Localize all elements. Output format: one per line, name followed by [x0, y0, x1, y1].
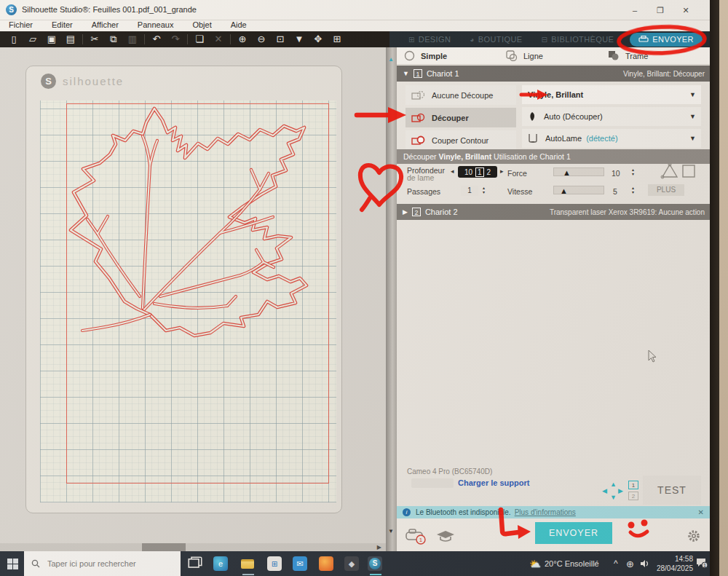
leaf-cut-design[interactable] [44, 98, 320, 390]
slot-2[interactable]: 2 [628, 492, 638, 500]
tray-chevron-icon[interactable]: ^ [614, 551, 618, 576]
horizontal-scrollbar-thumb[interactable] [142, 543, 186, 551]
zoom-in-icon[interactable]: ⊕ [233, 31, 252, 47]
panel-divider-scrollbar[interactable]: ▲ ▼ [386, 47, 397, 551]
taskbar-search[interactable] [24, 551, 181, 576]
copy-icon[interactable]: ⧉ [104, 31, 123, 47]
new-document-icon[interactable]: ▯ [4, 31, 23, 47]
search-input[interactable] [46, 559, 170, 569]
menu-panneaux[interactable]: Panneaux [138, 20, 174, 31]
pan-hand-icon[interactable]: ✥ [309, 31, 328, 47]
menu-fichier[interactable]: Fichier [9, 20, 33, 31]
pan-down-icon[interactable]: ▼ [290, 31, 309, 47]
menu-editer[interactable]: Editer [52, 20, 73, 31]
notification-icon[interactable]: 1 [696, 558, 708, 569]
passes-spinner[interactable]: ▴▾ [483, 186, 485, 194]
weather-text[interactable]: 20°C Ensoleillé [545, 551, 599, 576]
clock[interactable]: 14:58 28/04/2025 [655, 554, 693, 573]
zoom-select-icon[interactable]: ⊡ [271, 31, 290, 47]
banner-close-icon[interactable]: ✕ [698, 508, 704, 516]
menu-objet[interactable]: Objet [192, 20, 211, 31]
mail-icon[interactable]: ✉ [293, 556, 307, 571]
tab-boutique[interactable]: ◕BOUTIQUE [470, 35, 522, 44]
start-button[interactable] [7, 559, 18, 569]
tab-design[interactable]: ⊞DESIGN [408, 35, 451, 44]
action-decouper[interactable]: Découper [405, 108, 516, 127]
chevron-down-icon[interactable]: ▼ [689, 91, 696, 98]
force-value[interactable]: 10 [612, 169, 620, 178]
blade-dropdown[interactable]: AutoLame (détecté) ▼ [522, 129, 701, 148]
design-canvas[interactable]: S silhouette [0, 47, 386, 551]
speed-value[interactable]: 5 [613, 187, 617, 196]
plus-button[interactable]: PLUS [648, 184, 684, 196]
tab-simple[interactable]: Simple [404, 50, 447, 61]
print-icon[interactable]: ▤ [61, 31, 80, 47]
tab-ligne[interactable]: Ligne [506, 50, 543, 61]
gear-icon[interactable] [687, 529, 701, 543]
bluetooth-more-link[interactable]: Plus d'informations [515, 508, 576, 516]
load-media-link[interactable]: Charger le support [458, 478, 529, 487]
file-explorer-icon[interactable] [240, 556, 255, 571]
tab-bibliotheque[interactable]: ⊟BIBLIOTHÈQUE [541, 35, 614, 44]
arrow-right-icon[interactable]: ▶ [618, 487, 623, 494]
open-folder-icon[interactable]: ▱ [23, 31, 42, 47]
volume-icon[interactable] [640, 559, 650, 568]
arrow-down-icon[interactable]: ▼ [610, 494, 617, 501]
force-slider-thumb[interactable]: ▲ [563, 168, 571, 177]
depth-right-arrow[interactable]: ▸ [500, 167, 504, 175]
force-slider[interactable]: ▲ [553, 167, 604, 176]
scroll-down-arrow[interactable]: ▼ [388, 528, 394, 534]
network-globe-icon[interactable]: ⊕ [626, 551, 634, 576]
speed-slider[interactable]: ▲ [553, 186, 604, 194]
tab-trame[interactable]: Trame [608, 50, 648, 61]
firefox-icon[interactable] [319, 556, 333, 571]
chariot2-header[interactable]: ▶ 2 Chariot 2 Transparent laser Xerox 3R… [397, 204, 710, 220]
machine-status-icon[interactable]: 1 [405, 528, 427, 545]
menu-afficher[interactable]: Afficher [92, 20, 119, 31]
material-dropdown[interactable]: Vinyle, Brillant▼ [522, 85, 701, 104]
speed-spinner[interactable]: ▴▾ [632, 186, 634, 194]
cut-scissors-icon[interactable]: ✂ [85, 31, 104, 47]
collapse-triangle-icon[interactable]: ▼ [403, 70, 409, 77]
scroll-up-arrow[interactable]: ▲ [388, 56, 394, 63]
depth-left-arrow[interactable]: ◂ [451, 167, 454, 175]
force-spinner[interactable]: ▴▾ [632, 167, 634, 176]
save-icon[interactable]: ▣ [42, 31, 61, 47]
chevron-down-icon[interactable]: ▼ [689, 135, 696, 142]
arrow-left-icon[interactable]: ◀ [602, 487, 607, 494]
duplicate-icon[interactable]: ❏ [190, 31, 209, 47]
fit-page-icon[interactable]: ⊞ [328, 31, 347, 47]
silhouette-app-icon[interactable]: S [368, 556, 382, 571]
chevron-down-icon[interactable]: ▼ [689, 113, 696, 120]
expand-triangle-icon[interactable]: ▶ [403, 208, 408, 216]
background-wall [719, 0, 728, 576]
task-view-icon[interactable] [188, 556, 202, 571]
chariot1-header[interactable]: ▼ 1 Chariot 1 Vinyle, Brillant: Découper [397, 66, 710, 82]
close-button[interactable]: ✕ [676, 4, 695, 17]
tool-dropdown[interactable]: Auto (Découper)▼ [522, 107, 701, 126]
action-aucune-decoupe[interactable]: Aucune Découpe [405, 85, 516, 105]
zoom-out-icon[interactable]: ⊖ [252, 31, 271, 47]
restore-button[interactable]: ❐ [651, 4, 670, 17]
arrow-up-icon[interactable]: ▲ [610, 481, 617, 488]
undo-icon[interactable]: ↶ [147, 31, 166, 47]
tutorial-cap-icon[interactable] [436, 530, 455, 543]
test-shapes-icon[interactable] [660, 162, 698, 180]
edge-browser-icon[interactable]: e [213, 556, 228, 571]
depth-dial[interactable]: 10 1 2 [458, 166, 497, 178]
passes-value[interactable]: 1 [461, 186, 478, 196]
store-icon[interactable]: ⊞ [267, 556, 282, 571]
scroll-right-arrow[interactable]: ▶ [377, 543, 381, 551]
menu-aide[interactable]: Aide [231, 20, 247, 31]
test-button[interactable]: TEST [643, 476, 701, 505]
speed-slider-thumb[interactable]: ▲ [560, 186, 568, 195]
tab-envoyer[interactable]: ENVOYER [630, 33, 703, 47]
passes-label: Passages [407, 187, 440, 196]
slot-1[interactable]: 1 [628, 481, 638, 489]
action-couper-contour[interactable]: Couper Contour [405, 130, 516, 150]
weather-icon[interactable]: ⛅ [529, 551, 541, 576]
horizontal-scrollbar[interactable]: ▶ [0, 543, 386, 551]
app-icon-dark[interactable]: ◆ [344, 556, 359, 571]
minimize-button[interactable]: – [625, 4, 644, 17]
send-button[interactable]: ENVOYER [535, 522, 612, 544]
